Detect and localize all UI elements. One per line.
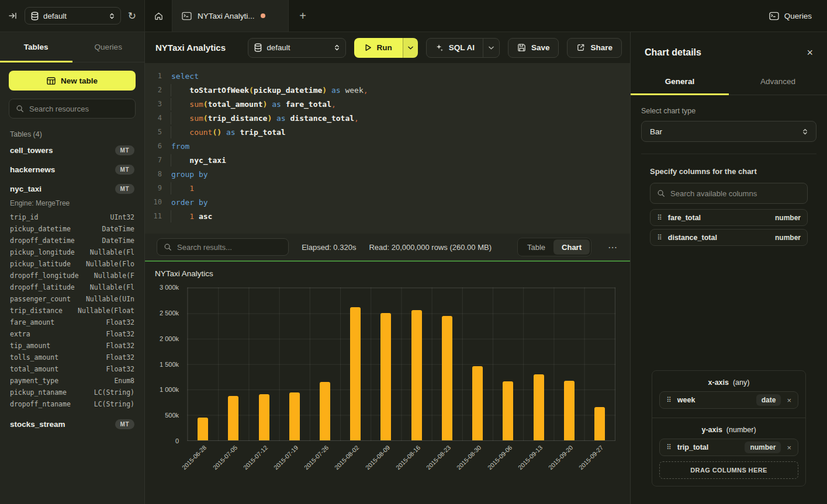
collapse-sidebar-button[interactable] xyxy=(8,11,18,20)
line-number: 2 xyxy=(145,86,171,94)
code-line: 3 sum(total_amount) as fare_total, xyxy=(145,97,630,111)
column-type: Nullable(UIn xyxy=(86,295,134,303)
x-tick-label: 2015-06-28 xyxy=(181,444,207,471)
bar[interactable] xyxy=(320,382,330,440)
drag-handle-icon[interactable]: ⠿ xyxy=(666,444,672,451)
table-name: stocks_stream xyxy=(10,420,65,429)
remove-column-button[interactable]: × xyxy=(787,444,791,451)
sidebar-search-input[interactable]: Search resources xyxy=(9,99,136,119)
column-type: Float32 xyxy=(106,330,134,338)
bar[interactable] xyxy=(228,396,238,440)
bar[interactable] xyxy=(594,407,605,440)
collapse-sidebar-icon xyxy=(8,11,18,20)
results-search-placeholder: Search results... xyxy=(177,243,232,252)
bar-slot: 2015-09-27 xyxy=(584,288,615,440)
column-row: dropoff_latitudeNullable(Fl xyxy=(10,281,134,293)
x-tick-label: 2015-09-20 xyxy=(547,444,574,471)
bar[interactable] xyxy=(380,313,391,440)
drag-handle-icon[interactable]: ⠿ xyxy=(657,234,662,241)
bar[interactable] xyxy=(442,316,452,440)
column-type: LC(String) xyxy=(94,388,134,397)
home-button[interactable] xyxy=(145,0,172,32)
y-tick-label: 1 000k xyxy=(160,386,179,393)
available-column-fare-total[interactable]: ⠿ fare_total number xyxy=(650,209,808,226)
query-database-selector[interactable]: default xyxy=(248,38,346,58)
line-number: 7 xyxy=(145,156,171,164)
chart-type-select[interactable]: Bar xyxy=(641,121,816,142)
sidebar-tab-queries[interactable]: Queries xyxy=(72,32,145,62)
code-line: 2 toStartOfWeek(pickup_datetime) as week… xyxy=(145,83,630,97)
available-column-distance-total[interactable]: ⠿ distance_total number xyxy=(650,229,808,246)
bar-slot: 2015-08-16 xyxy=(402,288,432,440)
bar[interactable] xyxy=(289,392,300,440)
table-row-stocks-stream[interactable]: stocks_stream MT xyxy=(9,415,136,434)
table-row-cell-towers[interactable]: cell_towers MT xyxy=(9,141,136,160)
sql-ai-button[interactable]: SQL AI xyxy=(426,38,500,58)
column-name: extra xyxy=(10,330,30,338)
view-toggle-chart[interactable]: Chart xyxy=(553,239,590,255)
tab-general[interactable]: General xyxy=(631,68,729,95)
sql-ai-caret[interactable] xyxy=(483,39,499,57)
columns-search-input[interactable]: Search available columns xyxy=(650,183,808,204)
database-selector[interactable]: default xyxy=(25,7,121,25)
sql-editor[interactable]: 1select2 toStartOfWeek(pickup_datetime) … xyxy=(145,63,630,234)
view-toggle-table[interactable]: Table xyxy=(519,239,553,255)
engine-badge: MT xyxy=(115,419,134,429)
top-bar-left: default ↻ xyxy=(0,0,145,32)
drag-columns-drop-zone[interactable]: DRAG COLUMNS HERE xyxy=(659,461,798,479)
bar[interactable] xyxy=(472,366,483,440)
table-row-nyc-taxi[interactable]: nyc_taxi MT xyxy=(9,179,136,199)
x-tick-label: 2015-07-12 xyxy=(242,444,269,471)
query-tab[interactable]: NYTaxi Analyti... xyxy=(172,0,289,32)
results-search-input[interactable]: Search results... xyxy=(157,238,289,256)
save-icon xyxy=(517,43,526,52)
bar[interactable] xyxy=(564,381,575,440)
bar[interactable] xyxy=(198,418,208,440)
bar[interactable] xyxy=(259,394,269,440)
close-icon: × xyxy=(787,443,791,452)
x-axis-column-week[interactable]: ⠿ week date × xyxy=(659,391,798,409)
bar[interactable] xyxy=(411,310,422,440)
column-name: dropoff_longitude xyxy=(10,272,79,280)
table-row-hackernews[interactable]: hackernews MT xyxy=(9,160,136,179)
close-panel-button[interactable]: × xyxy=(807,47,813,58)
new-table-button[interactable]: New table xyxy=(9,71,136,91)
x-tick-label: 2015-07-19 xyxy=(272,444,299,471)
y-axis-header: y-axis (number) xyxy=(659,426,798,434)
share-button[interactable]: Share xyxy=(567,38,622,58)
save-button[interactable]: Save xyxy=(508,38,559,58)
engine-detail: Engine: MergeTree xyxy=(10,199,134,207)
bar[interactable] xyxy=(534,374,544,440)
more-options-button[interactable]: ⋯ xyxy=(604,242,621,253)
run-options-caret[interactable] xyxy=(403,38,418,58)
elapsed-time: Elapsed: 0.320s xyxy=(302,243,356,252)
sidebar-tab-tables[interactable]: Tables xyxy=(0,32,72,62)
sql-ai-main[interactable]: SQL AI xyxy=(427,39,483,57)
tab-advanced[interactable]: Advanced xyxy=(729,68,827,95)
drag-handle-icon[interactable]: ⠿ xyxy=(666,397,672,404)
column-row: total_amountFloat32 xyxy=(10,363,134,375)
database-icon xyxy=(31,12,39,20)
code-line-text: select xyxy=(171,72,199,81)
bar[interactable] xyxy=(503,381,513,440)
sidebar-search-placeholder: Search resources xyxy=(29,105,89,113)
queries-button[interactable]: Queries xyxy=(769,12,812,20)
bar-slot: 2015-08-09 xyxy=(371,288,401,440)
run-button[interactable]: Run xyxy=(354,38,417,58)
run-button-main[interactable]: Run xyxy=(354,38,402,58)
remove-column-button[interactable]: × xyxy=(787,397,791,404)
refresh-button[interactable]: ↻ xyxy=(128,11,136,21)
column-name: payment_type xyxy=(10,377,58,385)
drag-handle-icon[interactable]: ⠿ xyxy=(657,214,662,221)
bar[interactable] xyxy=(350,307,361,440)
column-type: Nullable(Flo xyxy=(86,260,134,268)
y-axis-column-trip-total[interactable]: ⠿ trip_total number × xyxy=(659,439,798,456)
y-axis-label: y-axis xyxy=(701,426,722,434)
code-line-text: sum(trip_distance) as distance_total, xyxy=(171,114,359,123)
x-tick-label: 2015-08-09 xyxy=(364,444,390,471)
query-title: NYTaxi Analytics xyxy=(155,43,226,53)
new-tab-button[interactable]: + xyxy=(289,0,317,32)
code-line-text: sum(total_amount) as fare_total, xyxy=(171,100,336,109)
bar-slot: 2015-08-30 xyxy=(462,288,493,440)
top-bar-right: Queries xyxy=(769,0,827,32)
